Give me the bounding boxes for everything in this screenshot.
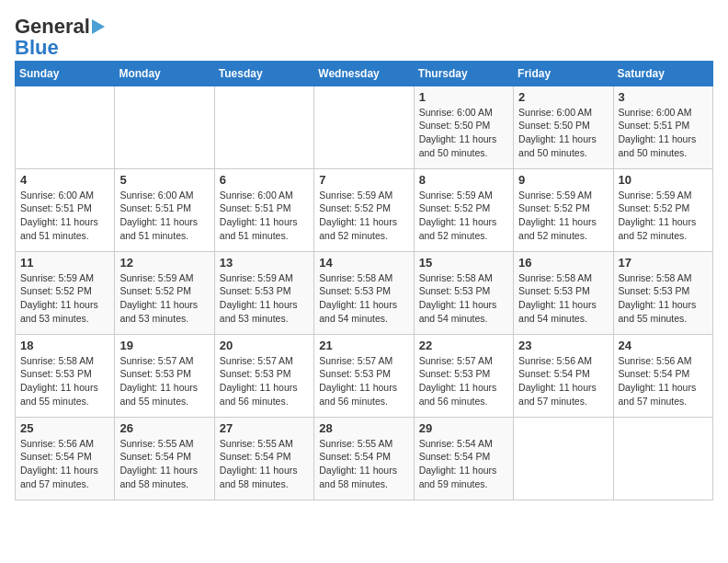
day-number: 27 <box>220 421 309 435</box>
day-number: 23 <box>518 339 608 352</box>
calendar-cell: 17Sunrise: 5:58 AM Sunset: 5:53 PM Dayli… <box>613 251 712 334</box>
day-detail: Sunrise: 5:54 AM Sunset: 5:54 PM Dayligh… <box>419 437 508 491</box>
day-detail: Sunrise: 5:56 AM Sunset: 5:54 PM Dayligh… <box>20 437 109 491</box>
column-header-monday: Monday <box>115 61 214 86</box>
calendar-cell: 20Sunrise: 5:57 AM Sunset: 5:53 PM Dayli… <box>214 334 313 417</box>
day-number: 28 <box>319 421 408 435</box>
day-detail: Sunrise: 5:59 AM Sunset: 5:52 PM Dayligh… <box>518 189 608 243</box>
calendar-week-row: 25Sunrise: 5:56 AM Sunset: 5:54 PM Dayli… <box>16 417 713 500</box>
day-number: 4 <box>20 173 109 187</box>
calendar-cell: 11Sunrise: 5:59 AM Sunset: 5:52 PM Dayli… <box>16 251 115 334</box>
calendar-week-row: 18Sunrise: 5:58 AM Sunset: 5:53 PM Dayli… <box>16 334 713 417</box>
calendar-cell: 16Sunrise: 5:58 AM Sunset: 5:53 PM Dayli… <box>514 251 613 334</box>
day-number: 22 <box>419 339 508 352</box>
day-number: 17 <box>619 256 708 270</box>
day-number: 2 <box>518 90 608 104</box>
day-number: 20 <box>220 339 309 352</box>
day-number: 10 <box>619 173 708 187</box>
calendar-cell: 25Sunrise: 5:56 AM Sunset: 5:54 PM Dayli… <box>16 417 115 500</box>
day-detail: Sunrise: 5:58 AM Sunset: 5:53 PM Dayligh… <box>20 354 109 408</box>
calendar-cell: 21Sunrise: 5:57 AM Sunset: 5:53 PM Dayli… <box>314 334 414 417</box>
calendar-cell: 3Sunrise: 6:00 AM Sunset: 5:51 PM Daylig… <box>613 86 712 168</box>
day-detail: Sunrise: 5:57 AM Sunset: 5:53 PM Dayligh… <box>419 354 508 408</box>
day-detail: Sunrise: 5:56 AM Sunset: 5:54 PM Dayligh… <box>619 354 708 408</box>
calendar-week-row: 1Sunrise: 6:00 AM Sunset: 5:50 PM Daylig… <box>16 86 713 168</box>
calendar-cell: 24Sunrise: 5:56 AM Sunset: 5:54 PM Dayli… <box>613 334 712 417</box>
column-header-friday: Friday <box>514 61 613 86</box>
day-detail: Sunrise: 5:59 AM Sunset: 5:52 PM Dayligh… <box>20 271 109 326</box>
calendar-cell: 22Sunrise: 5:57 AM Sunset: 5:53 PM Dayli… <box>414 334 513 417</box>
calendar-cell <box>214 86 313 168</box>
calendar-cell <box>613 417 712 500</box>
calendar-cell <box>514 417 613 500</box>
day-detail: Sunrise: 5:58 AM Sunset: 5:53 PM Dayligh… <box>419 271 508 326</box>
calendar-cell: 9Sunrise: 5:59 AM Sunset: 5:52 PM Daylig… <box>514 168 613 251</box>
day-number: 1 <box>419 90 508 104</box>
calendar-cell: 4Sunrise: 6:00 AM Sunset: 5:51 PM Daylig… <box>16 168 115 251</box>
day-detail: Sunrise: 6:00 AM Sunset: 5:50 PM Dayligh… <box>518 106 608 160</box>
calendar-week-row: 11Sunrise: 5:59 AM Sunset: 5:52 PM Dayli… <box>16 251 713 334</box>
calendar-cell: 13Sunrise: 5:59 AM Sunset: 5:53 PM Dayli… <box>214 251 313 334</box>
day-detail: Sunrise: 5:55 AM Sunset: 5:54 PM Dayligh… <box>319 437 408 491</box>
day-number: 24 <box>619 339 708 352</box>
column-header-sunday: Sunday <box>16 61 115 86</box>
calendar-cell: 18Sunrise: 5:58 AM Sunset: 5:53 PM Dayli… <box>16 334 115 417</box>
column-header-thursday: Thursday <box>414 61 513 86</box>
day-number: 12 <box>119 256 209 270</box>
logo-blue: Blue <box>15 39 59 57</box>
day-detail: Sunrise: 5:59 AM Sunset: 5:52 PM Dayligh… <box>419 189 508 243</box>
day-number: 3 <box>619 90 708 104</box>
day-detail: Sunrise: 5:58 AM Sunset: 5:53 PM Dayligh… <box>619 271 708 326</box>
column-header-saturday: Saturday <box>613 61 712 86</box>
day-number: 15 <box>419 256 508 270</box>
calendar-cell: 1Sunrise: 6:00 AM Sunset: 5:50 PM Daylig… <box>414 86 513 168</box>
day-number: 26 <box>119 421 209 435</box>
day-detail: Sunrise: 5:55 AM Sunset: 5:54 PM Dayligh… <box>220 437 309 491</box>
calendar-header-row: SundayMondayTuesdayWednesdayThursdayFrid… <box>16 61 713 86</box>
day-number: 19 <box>119 339 209 352</box>
day-detail: Sunrise: 5:59 AM Sunset: 5:53 PM Dayligh… <box>220 271 309 326</box>
calendar-cell <box>115 86 214 168</box>
day-detail: Sunrise: 6:00 AM Sunset: 5:51 PM Dayligh… <box>20 189 109 243</box>
day-detail: Sunrise: 6:00 AM Sunset: 5:51 PM Dayligh… <box>119 189 209 243</box>
day-number: 8 <box>419 173 508 187</box>
calendar-cell: 19Sunrise: 5:57 AM Sunset: 5:53 PM Dayli… <box>115 334 214 417</box>
day-detail: Sunrise: 6:00 AM Sunset: 5:51 PM Dayligh… <box>220 189 309 243</box>
day-number: 18 <box>20 339 109 352</box>
day-number: 11 <box>20 256 109 270</box>
day-detail: Sunrise: 5:57 AM Sunset: 5:53 PM Dayligh… <box>220 354 309 408</box>
day-number: 6 <box>220 173 309 187</box>
calendar-table: SundayMondayTuesdayWednesdayThursdayFrid… <box>15 61 713 500</box>
calendar-cell: 12Sunrise: 5:59 AM Sunset: 5:52 PM Dayli… <box>115 251 214 334</box>
day-number: 16 <box>518 256 608 270</box>
calendar-cell: 7Sunrise: 5:59 AM Sunset: 5:52 PM Daylig… <box>314 168 414 251</box>
calendar-cell: 8Sunrise: 5:59 AM Sunset: 5:52 PM Daylig… <box>414 168 513 251</box>
day-detail: Sunrise: 5:58 AM Sunset: 5:53 PM Dayligh… <box>319 271 408 326</box>
day-detail: Sunrise: 5:59 AM Sunset: 5:52 PM Dayligh… <box>619 189 708 243</box>
calendar-cell: 29Sunrise: 5:54 AM Sunset: 5:54 PM Dayli… <box>414 417 513 500</box>
day-detail: Sunrise: 6:00 AM Sunset: 5:50 PM Dayligh… <box>419 106 508 160</box>
calendar-cell: 10Sunrise: 5:59 AM Sunset: 5:52 PM Dayli… <box>613 168 712 251</box>
calendar-cell: 27Sunrise: 5:55 AM Sunset: 5:54 PM Dayli… <box>214 417 313 500</box>
day-detail: Sunrise: 5:57 AM Sunset: 5:53 PM Dayligh… <box>119 354 209 408</box>
day-number: 25 <box>20 421 109 435</box>
day-detail: Sunrise: 6:00 AM Sunset: 5:51 PM Dayligh… <box>619 106 708 160</box>
calendar-cell <box>314 86 414 168</box>
calendar-cell: 23Sunrise: 5:56 AM Sunset: 5:54 PM Dayli… <box>514 334 613 417</box>
calendar-cell: 28Sunrise: 5:55 AM Sunset: 5:54 PM Dayli… <box>314 417 414 500</box>
day-detail: Sunrise: 5:59 AM Sunset: 5:52 PM Dayligh… <box>319 189 408 243</box>
page-header: General Blue <box>15 15 713 57</box>
logo: General Blue <box>15 15 105 57</box>
day-detail: Sunrise: 5:55 AM Sunset: 5:54 PM Dayligh… <box>119 437 209 491</box>
day-detail: Sunrise: 5:58 AM Sunset: 5:53 PM Dayligh… <box>518 271 608 326</box>
day-number: 13 <box>220 256 309 270</box>
day-number: 29 <box>419 421 508 435</box>
calendar-cell: 6Sunrise: 6:00 AM Sunset: 5:51 PM Daylig… <box>214 168 313 251</box>
day-detail: Sunrise: 5:57 AM Sunset: 5:53 PM Dayligh… <box>319 354 408 408</box>
day-detail: Sunrise: 5:56 AM Sunset: 5:54 PM Dayligh… <box>518 354 608 408</box>
column-header-wednesday: Wednesday <box>314 61 414 86</box>
calendar-cell: 15Sunrise: 5:58 AM Sunset: 5:53 PM Dayli… <box>414 251 513 334</box>
calendar-cell <box>16 86 115 168</box>
column-header-tuesday: Tuesday <box>214 61 313 86</box>
day-number: 14 <box>319 256 408 270</box>
